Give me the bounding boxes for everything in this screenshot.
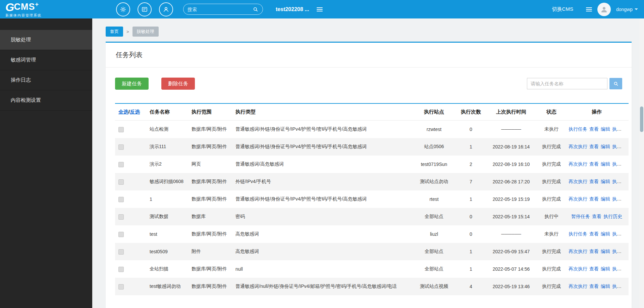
task-status: 未执行 [538, 225, 565, 243]
select-all-link[interactable]: 全选 [118, 109, 128, 115]
new-task-button[interactable]: 新建任务 [115, 78, 149, 90]
task-site: rzwtest [411, 121, 458, 138]
row-action-link[interactable]: 再次执行 [569, 249, 587, 254]
task-type: 高危敏感词 [233, 225, 411, 243]
search-icon [613, 81, 619, 87]
row-action-link[interactable]: 执行历史 [612, 179, 629, 184]
sidebar-item-4[interactable]: 内容检测设置 [0, 90, 92, 111]
row-action-link[interactable]: 再次执行 [569, 266, 587, 271]
task-last-time: 2022-06-28 17:20 [484, 173, 538, 190]
row-action-link[interactable]: 编辑 [601, 283, 610, 289]
row-action-link[interactable]: 再次执行 [569, 196, 587, 202]
task-scope: 数据库/网页/附件 [189, 121, 233, 138]
row-action-link[interactable]: 编辑 [601, 144, 610, 149]
row-action-link[interactable]: 编辑 [601, 126, 610, 132]
row-checkbox[interactable] [118, 127, 124, 132]
row-action-link[interactable]: 编辑 [601, 249, 610, 254]
settings-button[interactable] [116, 2, 130, 16]
breadcrumb-home[interactable]: 首页 [106, 27, 123, 37]
row-action-link[interactable]: 暂停任务 [571, 214, 590, 219]
sidebar-item-3[interactable]: 操作日志 [0, 70, 92, 90]
row-action-link[interactable]: 查看 [589, 283, 599, 289]
select-invert-link[interactable]: 反选 [130, 109, 140, 115]
task-scope: 数据库/网页/附件 [189, 225, 233, 243]
row-checkbox[interactable] [118, 267, 124, 272]
avatar[interactable] [597, 3, 611, 16]
task-count: 0 [458, 225, 484, 243]
row-checkbox[interactable] [118, 162, 124, 167]
logo-plus-sign: + [35, 1, 39, 7]
task-status: 执行完成 [538, 278, 565, 295]
gear-icon [119, 6, 127, 13]
task-last-time: 2022-05-19 15:19 [484, 190, 538, 208]
task-actions-cell: 执行任务查看编辑执行历史 [565, 121, 629, 138]
search-icon[interactable] [253, 6, 259, 12]
task-site: rtest [411, 190, 458, 208]
row-checkbox[interactable] [118, 284, 124, 290]
logo[interactable]: G CMS + 新媒体内容管理系统 [5, 1, 62, 17]
row-action-link[interactable]: 执行历史 [612, 231, 629, 236]
user-manage-button[interactable] [159, 2, 173, 16]
task-name: 演示2 [147, 156, 189, 173]
row-action-link[interactable]: 执行历史 [612, 283, 629, 289]
task-last-time: 2022-08-19 16:14 [484, 138, 538, 156]
scrollbar-thumb[interactable] [640, 106, 643, 132]
task-search-input[interactable] [527, 78, 607, 89]
row-action-link[interactable]: 查看 [589, 196, 599, 202]
row-action-link[interactable]: 查看 [592, 214, 601, 219]
task-site: 全部站点 [411, 243, 458, 260]
sidebar-item-1[interactable]: 脱敏处理 [0, 30, 92, 50]
content-manage-button[interactable] [138, 2, 152, 16]
row-action-link[interactable]: 查看 [589, 161, 599, 167]
row-action-link[interactable]: 再次执行 [569, 283, 587, 289]
row-action-link[interactable]: 再次执行 [569, 179, 587, 184]
sidebar-item-2[interactable]: 敏感词管理 [0, 50, 92, 70]
row-action-link[interactable]: 查看 [589, 126, 599, 132]
row-checkbox[interactable] [118, 179, 124, 185]
row-action-link[interactable]: 执行任务 [569, 231, 587, 236]
task-name: 敏感词扫描0608 [147, 173, 189, 190]
task-count: 7 [458, 173, 484, 190]
task-search-button[interactable] [609, 78, 622, 89]
row-select-cell [115, 208, 147, 225]
menu-icon[interactable] [586, 7, 592, 11]
row-action-link[interactable]: 查看 [589, 231, 599, 236]
row-action-link[interactable]: 编辑 [601, 161, 610, 167]
header-search-input[interactable] [187, 7, 253, 12]
switch-cms-button[interactable]: 切换CMS [552, 6, 573, 12]
row-checkbox[interactable] [118, 144, 124, 150]
row-action-link[interactable]: 查看 [589, 144, 599, 149]
current-site-label[interactable]: test202208 ... [276, 6, 309, 12]
row-action-link[interactable]: 执行历史 [612, 266, 629, 271]
row-action-link[interactable]: 执行历史 [612, 196, 629, 202]
row-checkbox[interactable] [118, 197, 124, 202]
row-action-link[interactable]: 执行任务 [569, 126, 587, 132]
row-action-link[interactable]: 查看 [589, 266, 599, 271]
row-action-link[interactable]: 编辑 [601, 231, 610, 236]
task-last-time: 2022-05-09 15:47 [484, 243, 538, 260]
row-action-link[interactable]: 执行历史 [612, 144, 629, 149]
row-action-link[interactable]: 编辑 [601, 266, 610, 271]
row-action-link[interactable]: 再次执行 [569, 161, 587, 167]
task-actions-cell: 再次执行查看编辑执行历史 [565, 190, 629, 208]
task-status: 执行完成 [538, 243, 565, 260]
row-action-link[interactable]: 执行历史 [612, 249, 629, 254]
row-action-link[interactable]: 执行历史 [612, 126, 629, 132]
row-action-link[interactable]: 编辑 [601, 179, 610, 184]
task-last-time: 2022-05-19 13:46 [484, 278, 538, 295]
row-checkbox[interactable] [118, 232, 124, 237]
delete-task-button[interactable]: 删除任务 [161, 78, 195, 90]
row-action-link[interactable]: 执行历史 [603, 214, 622, 219]
row-action-link[interactable]: 再次执行 [569, 144, 587, 149]
row-action-link[interactable]: 查看 [589, 179, 599, 184]
site-menu-icon[interactable] [317, 7, 323, 11]
username-dropdown[interactable]: dongwp [616, 7, 638, 12]
row-checkbox[interactable] [118, 249, 124, 255]
row-action-link[interactable]: 执行历史 [612, 161, 629, 167]
column-header-task-name: 任务名称 [147, 103, 189, 121]
task-search [527, 78, 622, 89]
task-count: 1 [458, 243, 484, 260]
row-action-link[interactable]: 查看 [589, 249, 599, 254]
row-action-link[interactable]: 编辑 [601, 196, 610, 202]
row-checkbox[interactable] [118, 214, 124, 220]
